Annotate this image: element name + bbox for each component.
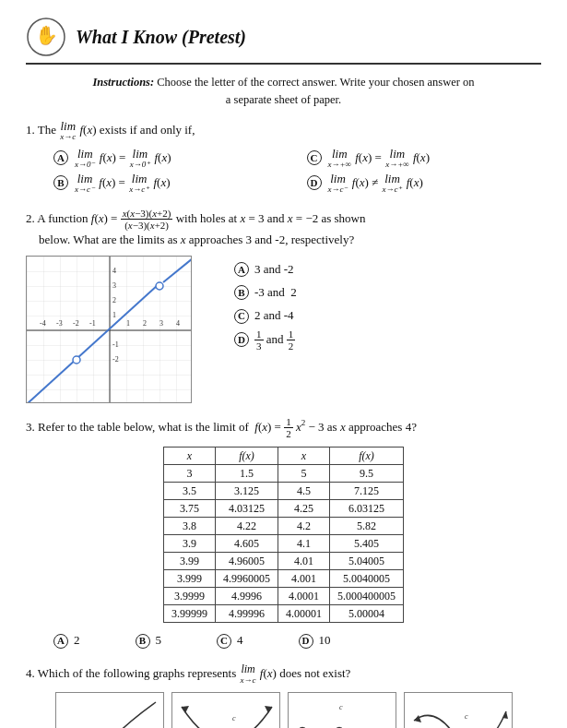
svg-text:3: 3 — [159, 319, 163, 328]
col-x-right: x — [278, 448, 330, 465]
question-2-text: 2. A function f(x) = x(x−3)(x+2) (x−3)(x… — [26, 208, 541, 250]
svg-text:-3: -3 — [56, 319, 63, 328]
table-row: 31.559.5 — [164, 465, 404, 483]
question-3-text: 3. Refer to the table below, what is the… — [26, 416, 541, 439]
q2-choice-b[interactable]: B -3 and 2 — [234, 282, 297, 303]
q3-table-wrap: x f(x) x f(x) 31.559.5 3.53.1254.57.125 … — [26, 447, 541, 623]
svg-text:1: 1 — [112, 311, 116, 319]
q3-table: x f(x) x f(x) 31.559.5 3.53.1254.57.125 … — [163, 447, 404, 623]
question-1: 1. The lim x→c f(x) exists if and only i… — [26, 120, 541, 196]
q4-graph-a: c — [55, 692, 164, 728]
table-row: 3.999994.999964.000015.00004 — [164, 605, 404, 623]
col-x-left: x — [164, 448, 216, 465]
question-2: 2. A function f(x) = x(x−3)(x+2) (x−3)(x… — [26, 208, 541, 403]
svg-text:-2: -2 — [112, 355, 119, 364]
q4-graph-b: c — [171, 692, 280, 728]
svg-text:2: 2 — [143, 319, 147, 328]
choice-letter-a: A — [53, 150, 68, 165]
question-4-text: 4. Which of the following graphs represe… — [26, 663, 541, 685]
q4-graphs: c A c — [26, 692, 541, 728]
svg-text:3: 3 — [112, 281, 116, 290]
svg-text:2: 2 — [112, 296, 116, 304]
table-row: 3.994.960054.015.04005 — [164, 553, 404, 570]
table-row: 3.99994.99964.00015.000400005 — [164, 588, 404, 605]
q2-fraction: x(x−3)(x+2) (x−3)(x+2) — [121, 208, 173, 231]
q3-choices: A 2 B 5 C 4 D 10 — [53, 630, 541, 650]
svg-text:c: c — [465, 712, 468, 721]
table-row: 3.84.224.25.82 — [164, 518, 404, 535]
q3-choice-a[interactable]: A 2 — [53, 630, 80, 650]
svg-text:c: c — [232, 714, 236, 722]
table-row: 3.94.6054.15.405 — [164, 535, 404, 553]
svg-point-21 — [73, 356, 80, 364]
question-3: 3. Refer to the table below, what is the… — [26, 416, 541, 650]
page-title: What I Know (Pretest) — [76, 27, 246, 48]
question-4: 4. Which of the following graphs represe… — [26, 663, 541, 728]
q4-graph-c-wrap: c C — [288, 692, 396, 728]
q2-body: 1 2 3 4 -1 -2 -3 -4 1 2 3 4 -1 -2 — [26, 256, 541, 403]
page-header: ✋ What I Know (Pretest) — [26, 17, 541, 65]
choice-letter-b: B — [53, 175, 68, 190]
instructions: Instructions: Choose the letter of the c… — [26, 74, 541, 109]
q3-choice-c[interactable]: C 4 — [217, 630, 243, 650]
q3-choice-b[interactable]: B 5 — [136, 630, 162, 650]
svg-text:✋: ✋ — [35, 24, 58, 46]
q1-choice-d[interactable]: D limx→c⁻ f(x) ≠ limx→c⁺ f(x) — [307, 173, 542, 195]
instructions-text: Instructions: Choose the letter of the c… — [92, 76, 474, 106]
q2-graph: 1 2 3 4 -1 -2 -3 -4 1 2 3 4 -1 -2 — [26, 256, 192, 403]
svg-text:4: 4 — [176, 319, 180, 328]
q4-graph-d-wrap: c D — [404, 692, 513, 728]
svg-text:1: 1 — [126, 319, 130, 328]
q4-graph-c: c — [288, 692, 396, 728]
choice-letter-c: C — [307, 150, 322, 165]
q2-choice-a[interactable]: A 3 and -2 — [234, 259, 297, 280]
svg-text:-2: -2 — [73, 319, 79, 328]
table-row: 3.9994.99600054.0015.0040005 — [164, 570, 404, 588]
table-row: 3.754.031254.256.03125 — [164, 500, 404, 518]
q1-choice-c[interactable]: C limx→+∞ f(x) = limx→+∞ f(x) — [307, 148, 542, 170]
q4-graph-b-wrap: c B — [171, 692, 280, 728]
q2-choice-d[interactable]: D 13 and 12 — [234, 328, 297, 352]
question-1-text: 1. The lim x→c f(x) exists if and only i… — [26, 120, 541, 142]
svg-marker-33 — [414, 715, 421, 722]
col-fx-left: f(x) — [216, 448, 278, 465]
q4-graph-a-wrap: c A — [55, 692, 164, 728]
svg-text:-1: -1 — [112, 340, 119, 349]
svg-point-20 — [156, 282, 163, 290]
svg-text:c: c — [339, 703, 343, 711]
q2-choices: A 3 and -2 B -3 and 2 C 2 and -4 D 13 an… — [234, 259, 297, 352]
q1-choices: A limx→0⁻ f(x) = limx→0⁺ f(x) C limx→+∞ … — [53, 148, 541, 195]
lim-expr-xc: lim x→c — [60, 120, 76, 142]
svg-text:-1: -1 — [89, 319, 96, 328]
svg-text:-4: -4 — [40, 319, 46, 328]
hand-icon: ✋ — [26, 17, 66, 57]
q3-choice-d[interactable]: D 10 — [299, 630, 331, 650]
q1-choice-a[interactable]: A limx→0⁻ f(x) = limx→0⁺ f(x) — [53, 148, 289, 170]
q2-choice-c[interactable]: C 2 and -4 — [234, 305, 297, 326]
svg-text:4: 4 — [112, 267, 116, 275]
choice-letter-d: D — [307, 175, 322, 190]
q4-graph-d: c — [404, 692, 513, 728]
q1-choice-b[interactable]: B limx→c⁻ f(x) = limx→c⁺ f(x) — [53, 173, 289, 195]
col-fx-right: f(x) — [330, 448, 404, 465]
table-row: 3.53.1254.57.125 — [164, 483, 404, 500]
